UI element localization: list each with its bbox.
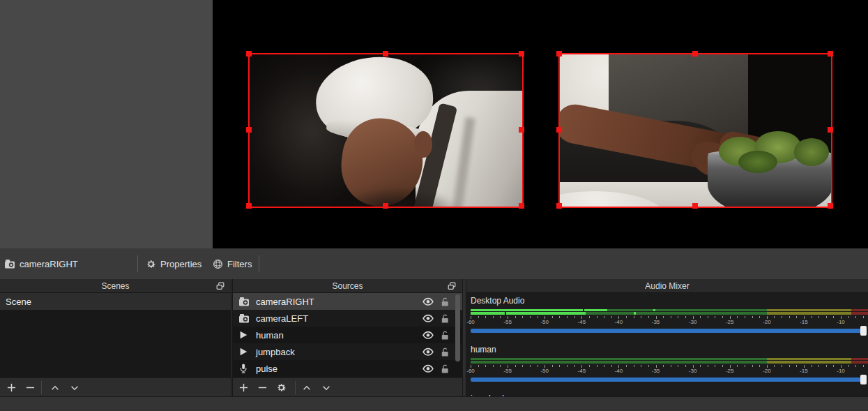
resize-handle[interactable] xyxy=(246,203,252,209)
unlock-icon[interactable] xyxy=(440,313,450,324)
meter-scale-label: -20 xyxy=(763,319,771,325)
camera-icon xyxy=(4,259,15,269)
source-context-toolbar: cameraRIGHT Properties Filters xyxy=(0,248,868,279)
resize-handle[interactable] xyxy=(383,51,388,57)
source-label: cameraRIGHT xyxy=(256,297,314,307)
remove-button[interactable] xyxy=(257,382,268,394)
meter-scale-label: -40 xyxy=(615,319,623,325)
toolbar-separator xyxy=(41,381,42,394)
source-list-item[interactable]: human xyxy=(233,327,462,343)
volume-slider[interactable] xyxy=(471,326,864,336)
resize-handle[interactable] xyxy=(556,203,562,209)
toolbar-separator xyxy=(137,255,138,272)
meter-scale-label: -45 xyxy=(578,319,586,325)
filters-button[interactable]: Filters xyxy=(213,257,252,271)
selection-box-left[interactable] xyxy=(248,53,524,208)
move-down-button[interactable] xyxy=(320,382,332,394)
visibility-eye-icon[interactable] xyxy=(422,331,434,340)
meter-scale-label: -15 xyxy=(800,319,808,325)
resize-handle[interactable] xyxy=(828,51,833,57)
resize-handle[interactable] xyxy=(519,203,524,209)
resize-handle[interactable] xyxy=(828,127,833,133)
unlock-icon[interactable] xyxy=(440,347,450,357)
source-list-item[interactable]: pulse xyxy=(233,360,462,377)
resize-handle[interactable] xyxy=(692,51,698,57)
meter-scale-label: -35 xyxy=(652,319,660,325)
volume-slider-handle[interactable] xyxy=(860,326,867,336)
source-list-item[interactable]: cameraLEFT xyxy=(233,310,462,327)
meter-scale-label: -45 xyxy=(578,368,586,374)
meter-scale-label: -60 xyxy=(466,319,475,325)
sources-toolbar xyxy=(233,378,462,396)
move-up-button[interactable] xyxy=(300,382,312,394)
scene-list-item[interactable]: Scene xyxy=(0,293,231,310)
meter-scale-label: -35 xyxy=(652,368,660,374)
volume-slider-handle[interactable] xyxy=(860,375,867,384)
media-icon xyxy=(238,329,250,341)
meter-scale-label: -60 xyxy=(466,368,475,374)
properties-button[interactable]: Properties xyxy=(146,257,201,271)
resize-handle[interactable] xyxy=(556,51,562,57)
source-list-item[interactable]: jumpback xyxy=(233,343,462,360)
meter-scale-label: -40 xyxy=(615,368,623,374)
resize-handle[interactable] xyxy=(383,203,388,209)
meter-scale-label: -30 xyxy=(689,368,697,374)
add-button[interactable] xyxy=(6,382,17,394)
scene-label: Scene xyxy=(6,297,31,307)
source-label: pulse xyxy=(256,364,277,374)
toolbar-separator xyxy=(259,255,259,272)
move-up-button[interactable] xyxy=(49,382,61,394)
context-source-label: cameraRIGHT xyxy=(20,259,78,269)
resize-handle[interactable] xyxy=(519,51,524,57)
resize-handle[interactable] xyxy=(828,203,833,209)
volume-meter xyxy=(471,358,868,364)
meter-scale-label: -50 xyxy=(540,319,549,325)
audio-mixer-panel: Audio Mixer Desktop Audio-60-55-50-45-40… xyxy=(466,279,868,396)
sources-panel: Sources cameraRIGHTcameraLEFThumanjumpba… xyxy=(233,279,462,396)
meter-scale-label: -30 xyxy=(689,319,697,325)
scenes-panel-header: Scenes xyxy=(0,279,231,293)
resize-handle[interactable] xyxy=(246,127,252,133)
resize-handle[interactable] xyxy=(692,203,698,209)
unlock-icon[interactable] xyxy=(440,330,450,341)
source-list-item[interactable]: cameraRIGHT xyxy=(233,293,462,310)
visibility-eye-icon[interactable] xyxy=(422,348,434,357)
camera-icon xyxy=(238,296,250,307)
popout-icon[interactable] xyxy=(447,281,457,291)
remove-button[interactable] xyxy=(24,382,36,394)
sources-scrollbar[interactable] xyxy=(455,294,460,361)
media-icon xyxy=(238,346,250,357)
volume-meter xyxy=(471,309,868,315)
unlock-icon[interactable] xyxy=(440,364,450,374)
gear-button[interactable] xyxy=(275,382,287,394)
move-down-button[interactable] xyxy=(68,382,80,394)
resize-handle[interactable] xyxy=(519,127,524,133)
mixer-title: Audio Mixer xyxy=(645,281,689,291)
source-label: human xyxy=(256,330,284,341)
scenes-toolbar xyxy=(0,378,231,396)
sources-panel-header: Sources xyxy=(233,279,462,293)
visibility-eye-icon[interactable] xyxy=(422,314,434,323)
meter-scale-label: -10 xyxy=(837,368,845,374)
scenes-panel: Scenes Scene xyxy=(0,279,231,396)
resize-handle[interactable] xyxy=(246,51,252,57)
meter-scale-label: -15 xyxy=(800,368,808,374)
volume-slider[interactable] xyxy=(471,375,864,384)
meter-scale: -60-55-50-45-40-35-30-25-20-15-10 xyxy=(471,316,868,324)
add-button[interactable] xyxy=(238,382,250,394)
visibility-eye-icon[interactable] xyxy=(422,297,434,306)
meter-scale-label: -55 xyxy=(503,319,512,325)
toolbar-separator xyxy=(295,381,296,394)
gear-icon xyxy=(146,259,156,269)
meter-scale-label: -25 xyxy=(726,368,734,374)
context-source: cameraRIGHT xyxy=(4,257,78,271)
popout-icon[interactable] xyxy=(215,281,225,291)
selection-box-right[interactable] xyxy=(558,53,832,208)
resize-handle[interactable] xyxy=(556,127,562,133)
window-background-area xyxy=(0,0,213,248)
unlock-icon[interactable] xyxy=(440,297,450,307)
visibility-eye-icon[interactable] xyxy=(422,364,434,373)
source-label: cameraLEFT xyxy=(256,313,308,324)
meter-scale-label: -10 xyxy=(837,319,845,325)
mixer-channel-name: Desktop Audio xyxy=(471,296,524,306)
